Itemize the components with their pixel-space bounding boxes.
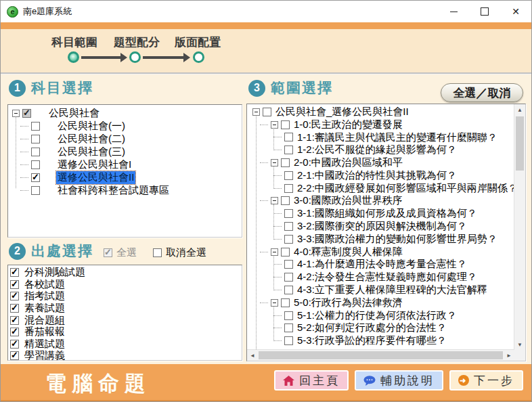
tree-item[interactable]: 1-0:民主政治的變遷發展: [260, 118, 514, 131]
tree-item-checkbox[interactable]: [284, 133, 293, 141]
tree-item[interactable]: 公民與社會(二): [20, 133, 242, 146]
tree-item-checkbox[interactable]: [284, 323, 293, 332]
tree-item[interactable]: 公民與社會_選修公民與社會II: [252, 106, 514, 118]
source-label[interactable]: 精選試題: [23, 338, 66, 351]
source-checkbox[interactable]: [10, 304, 19, 313]
tree-item-checkbox[interactable]: [284, 336, 293, 345]
tree-item[interactable]: 3-0:國際政治與世界秩序: [260, 195, 514, 208]
close-button[interactable]: ✕: [500, 1, 531, 22]
maximize-button[interactable]: [469, 1, 500, 22]
list-item[interactable]: 混合題組: [10, 314, 242, 326]
tree-item-checkbox[interactable]: [284, 184, 293, 193]
list-item[interactable]: 各校試題: [10, 279, 242, 291]
tree-item-checkbox[interactable]: [281, 158, 290, 167]
scroll-right-icon[interactable]: ►: [504, 350, 514, 361]
source-label[interactable]: 混合題組: [23, 314, 66, 327]
tree-item-checkbox[interactable]: [284, 311, 293, 320]
tree-item-label[interactable]: 公民與社會(一): [56, 120, 127, 133]
tree-item-label[interactable]: 5-2:如何判定行政處分的合法性？: [296, 321, 448, 334]
expander-minus-icon[interactable]: [271, 248, 278, 256]
tree-item-checkbox[interactable]: [284, 286, 293, 294]
help-button[interactable]: 輔助說明: [355, 370, 443, 390]
tree-item[interactable]: 3-1:國際組織如何形成及成員資格為何？: [273, 207, 514, 220]
tree-item-checkbox[interactable]: [284, 171, 293, 180]
tree-item[interactable]: 2-2:中國政經發展如何影響區域和平與兩岸關係？: [273, 182, 514, 195]
tree-item[interactable]: 公民與社會(三): [20, 146, 242, 158]
tree-item-checkbox[interactable]: [284, 235, 293, 244]
horizontal-scroll-thumb[interactable]: [259, 351, 503, 359]
source-checkbox[interactable]: [10, 268, 19, 277]
tree-item-label[interactable]: 1-0:民主政治的變遷發展: [292, 118, 404, 131]
source-label[interactable]: 學習講義: [23, 349, 66, 361]
tree-item-checkbox[interactable]: [31, 135, 40, 143]
tree-item-checkbox[interactable]: [284, 146, 293, 154]
tree-item[interactable]: 1-1:審議民主與代議民主的變遷有什麼關聯？: [273, 131, 514, 144]
tree-item-label[interactable]: 5-1:公權力的行使為何須依法行政？: [296, 309, 458, 322]
source-label[interactable]: 指考試題: [23, 290, 66, 303]
tree-item[interactable]: 3-3:國際政治權力的變動如何影響世界局勢？: [273, 233, 514, 246]
next-step-button[interactable]: ➜ 下一步: [449, 370, 523, 390]
tree-item[interactable]: 4-3:立下重要人權保障里程碑的大法官解釋: [273, 284, 514, 296]
tree-item-checkbox[interactable]: [281, 248, 290, 256]
list-item[interactable]: 番茄報報: [10, 326, 242, 338]
source-checkbox[interactable]: [10, 292, 19, 300]
deselect-all-checkbox[interactable]: [153, 248, 162, 257]
tree-item-label[interactable]: 4-1:為什麼適用法令時應考量合憲性？: [296, 258, 468, 271]
tree-item-label[interactable]: 公民與社會_選修公民與社會II: [274, 106, 410, 118]
tree-item[interactable]: 社會科跨科整合試題專區: [20, 184, 242, 197]
source-checkbox[interactable]: [10, 316, 19, 325]
tree-item-checkbox[interactable]: [31, 173, 40, 182]
tree-item-label[interactable]: 3-2:國際衝突的原因與解決機制為何？: [296, 220, 468, 233]
tree-item[interactable]: 4-1:為什麼適用法令時應考量合憲性？: [273, 259, 514, 271]
select-all-label[interactable]: 全選: [116, 246, 137, 259]
tree-item-checkbox[interactable]: [22, 109, 31, 118]
select-all-checkbox[interactable]: [104, 248, 112, 257]
deselect-all-checkbox-group[interactable]: 取消全選: [153, 246, 206, 259]
tree-item[interactable]: 選修公民與社會II: [20, 171, 242, 184]
tree-item[interactable]: 公民與社會: [12, 107, 242, 120]
tree-item-label[interactable]: 1-2:公民不服從的緣起與影響為何？: [296, 143, 458, 156]
scroll-up-icon[interactable]: ▲: [514, 104, 525, 115]
tree-item-label[interactable]: 3-1:國際組織如何形成及成員資格為何？: [296, 207, 479, 220]
list-item[interactable]: 學習講義: [10, 350, 242, 361]
expander-minus-icon[interactable]: [271, 121, 278, 129]
tree-item-label[interactable]: 選修公民與社會II: [56, 171, 135, 184]
source-label[interactable]: 分科測驗試題: [23, 266, 87, 279]
tree-item[interactable]: 5-3:行政爭訟的程序要件有哪些？: [273, 334, 514, 347]
tree-item-label[interactable]: 4-2:法令發生合憲性疑義時應如何處理？: [296, 271, 479, 284]
source-checkbox[interactable]: [10, 328, 19, 336]
tree-item-label[interactable]: 2-0:中國政治與區域和平: [292, 156, 404, 169]
tree-item[interactable]: 5-2:如何判定行政處分的合法性？: [273, 322, 514, 335]
deselect-all-label[interactable]: 取消全選: [166, 246, 206, 259]
tree-item-checkbox[interactable]: [284, 273, 293, 282]
tree-item-checkbox[interactable]: [281, 298, 290, 307]
source-label[interactable]: 各校試題: [23, 278, 66, 291]
tree-item[interactable]: 3-2:國際衝突的原因與解決機制為何？: [273, 220, 514, 233]
tree-item-checkbox[interactable]: [284, 260, 293, 269]
tree-item-label[interactable]: 4-0:釋憲制度與人權保障: [292, 246, 404, 259]
tree-item[interactable]: 選修公民與社會I: [20, 158, 242, 171]
tree-item-label[interactable]: 公民與社會(三): [56, 146, 127, 158]
vertical-scrollbar[interactable]: ▲ ▼: [514, 104, 525, 350]
tree-item-label[interactable]: 公民與社會: [47, 107, 101, 120]
tree-item-label[interactable]: 2-2:中國政經發展如何影響區域和平與兩岸關係？: [296, 182, 514, 195]
tree-item[interactable]: 公民與社會(一): [20, 120, 242, 133]
tree-item[interactable]: 2-1:中國政治的特性與其挑戰為何？: [273, 169, 514, 182]
horizontal-scrollbar[interactable]: ◄ ►: [247, 349, 514, 361]
tree-item-checkbox[interactable]: [31, 186, 40, 195]
tree-item-label[interactable]: 5-3:行政爭訟的程序要件有哪些？: [296, 334, 448, 347]
tree-item-checkbox[interactable]: [284, 209, 293, 218]
tree-item[interactable]: 5-0:行政行為與法律救濟: [260, 296, 514, 309]
tree-item-checkbox[interactable]: [263, 108, 271, 116]
source-label[interactable]: 番茄報報: [23, 326, 66, 338]
tree-item-checkbox[interactable]: [281, 120, 290, 129]
tree-item-checkbox[interactable]: [284, 222, 293, 231]
source-checkbox[interactable]: [10, 340, 19, 349]
list-item[interactable]: 精選試題: [10, 338, 242, 351]
tree-item-label[interactable]: 2-1:中國政治的特性與其挑戰為何？: [296, 169, 458, 182]
select-all-toggle-button[interactable]: 全選／取消: [441, 83, 523, 102]
expander-minus-icon[interactable]: [271, 197, 278, 204]
vertical-scroll-thumb[interactable]: [516, 116, 524, 171]
source-label[interactable]: 素養試題: [23, 302, 66, 315]
tree-item-label[interactable]: 公民與社會(二): [56, 133, 127, 146]
